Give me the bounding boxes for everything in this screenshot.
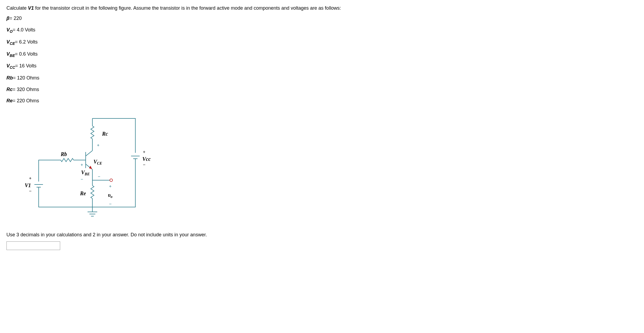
label-rc: Rc bbox=[102, 131, 108, 137]
param-vce: VCE= 6.2 Volts bbox=[6, 38, 638, 47]
svg-text:−: − bbox=[109, 202, 111, 206]
vo-sym: V bbox=[6, 27, 10, 32]
vce-sym: V bbox=[6, 39, 10, 45]
rb-val: = 120 Ohms bbox=[13, 75, 39, 81]
svg-text:−: − bbox=[143, 162, 145, 167]
rb-sym: Rb bbox=[6, 75, 13, 81]
param-vo: VO= 4.0 Volts bbox=[6, 26, 638, 35]
label-re: Re bbox=[80, 190, 86, 196]
vce-sub: CE bbox=[10, 41, 15, 45]
beta-val: = 220 bbox=[9, 16, 22, 21]
svg-text:−: − bbox=[98, 174, 100, 179]
answer-input[interactable] bbox=[6, 241, 60, 250]
svg-text:+: + bbox=[97, 143, 99, 147]
problem-statement: Calculate V1 for the transistor circuit … bbox=[6, 4, 638, 105]
rc-val: = 320 Ohms bbox=[13, 87, 39, 92]
vcc-val: = 16 Volts bbox=[15, 63, 37, 68]
vo-val: = 4.0 Volts bbox=[13, 27, 35, 32]
param-rc: Rc= 320 Ohms bbox=[6, 85, 638, 94]
label-vbe: VBE bbox=[81, 169, 90, 176]
vcc-sym: V bbox=[6, 63, 10, 68]
svg-text:−: − bbox=[29, 189, 31, 193]
vcc-sub: CC bbox=[10, 65, 15, 70]
intro-line: Calculate V1 for the transistor circuit … bbox=[6, 4, 638, 12]
vbe-sym: V bbox=[6, 51, 10, 57]
svg-point-1 bbox=[110, 179, 113, 182]
svg-text:+: + bbox=[143, 150, 145, 154]
label-vo: υo bbox=[108, 192, 113, 199]
label-rb: Rb bbox=[60, 151, 67, 157]
circuit-svg: + − + − + − + − + − Rc Rb Re VCE VBE V1 … bbox=[15, 113, 160, 226]
re-sym: Re bbox=[6, 98, 13, 103]
vce-val: = 6.2 Volts bbox=[15, 39, 38, 45]
intro-text-2: for the transistor circuit in the follow… bbox=[34, 5, 341, 11]
svg-marker-0 bbox=[89, 166, 92, 169]
param-re: Re= 220 Ohms bbox=[6, 96, 638, 105]
param-vcc: VCC= 16 Volts bbox=[6, 61, 638, 71]
svg-text:+: + bbox=[109, 184, 111, 189]
label-vcc: Vcc bbox=[142, 156, 151, 162]
circuit-diagram: + − + − + − + − + − Rc Rb Re VCE VBE V1 … bbox=[15, 113, 638, 227]
instruction-text: Use 3 decimals in your calculations and … bbox=[6, 232, 638, 238]
vbe-sub: BE bbox=[10, 53, 15, 57]
svg-text:+: + bbox=[29, 176, 31, 180]
re-val: = 220 Ohms bbox=[13, 98, 39, 103]
param-rb: Rb= 120 Ohms bbox=[6, 74, 638, 82]
label-v1: V1 bbox=[25, 182, 31, 188]
param-beta: β= 220 bbox=[6, 14, 638, 23]
target-var: V1 bbox=[28, 5, 34, 11]
svg-text:−: − bbox=[81, 177, 83, 182]
vo-sub: O bbox=[10, 29, 13, 33]
vbe-val: = 0.6 Volts bbox=[15, 51, 38, 57]
label-vce: VCE bbox=[93, 159, 102, 165]
rc-sym: Rc bbox=[6, 87, 13, 92]
svg-text:+: + bbox=[81, 162, 83, 167]
param-vbe: VBE= 0.6 Volts bbox=[6, 50, 638, 59]
beta-sym: β bbox=[6, 16, 9, 21]
intro-text-1: Calculate bbox=[6, 5, 28, 11]
